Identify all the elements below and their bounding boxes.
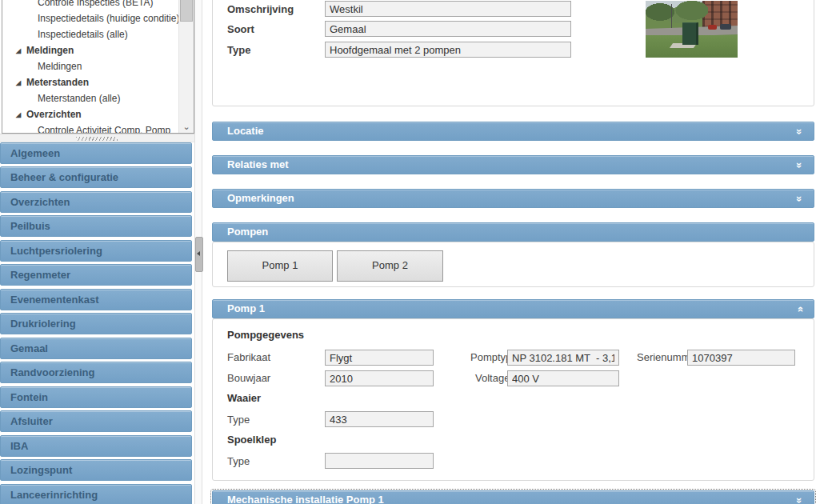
waaier-type-field[interactable] <box>325 411 434 427</box>
sidebar-item-gemaal[interactable]: Gemaal <box>0 338 192 359</box>
sidebar-item-afsluiter[interactable]: Afsluiter <box>0 410 192 432</box>
waaier-type-label: Type <box>227 412 250 428</box>
chevron-double-down-icon[interactable] <box>792 126 807 138</box>
tree-item-inspectiedetails-alle[interactable]: Inspectiedetails (alle) <box>2 26 178 42</box>
asset-photo[interactable] <box>646 1 738 58</box>
section-title: Opmerkingen <box>227 192 294 204</box>
sidebar-item-luchtpersriolering[interactable]: Luchtpersriolering <box>0 240 192 262</box>
sidebar-item-lanceerinrichting[interactable]: Lanceerinrichting <box>0 484 192 504</box>
tree-item-label: Inspectiedetails (alle) <box>38 29 128 40</box>
fabrikaat-field[interactable] <box>325 350 434 366</box>
pomptype-field[interactable] <box>507 350 619 366</box>
sidebar-item-beheer-configuratie[interactable]: Beheer & configuratie <box>0 166 192 188</box>
pompgegevens-heading: Pompgegevens <box>227 329 304 341</box>
type-field[interactable] <box>325 42 571 58</box>
tree-node-meterstanden[interactable]: Meterstanden <box>2 74 178 90</box>
waaier-heading: Waaier <box>227 392 261 404</box>
sidebar-item-evenementenkast[interactable]: Evenementenkast <box>0 289 192 310</box>
photo-car <box>708 25 717 30</box>
photo-pump-cabinet <box>682 22 698 45</box>
section-title: Relaties met <box>227 158 289 170</box>
chevron-double-down-icon[interactable] <box>792 494 807 504</box>
tree-resize-splitter[interactable] <box>0 134 194 142</box>
tree-node-label: Meldingen <box>26 45 74 56</box>
tree-item-label: Controle Activiteit Comp. Pomp <box>38 125 170 134</box>
collapse-left-arrow-icon <box>197 251 200 256</box>
sidebar-item-drukriolering[interactable]: Drukriolering <box>0 313 192 334</box>
photo-trees <box>646 1 708 27</box>
chevron-double-down-icon[interactable] <box>792 159 807 172</box>
section-header-pompen[interactable]: Pompen <box>212 222 814 242</box>
tree-item-label: Controle Inspecties (BETA) <box>38 0 154 8</box>
scroll-down-arrow-icon[interactable] <box>179 122 194 131</box>
pompen-panel: Pomp 1 Pomp 2 <box>212 242 814 287</box>
tree-item-meldingen[interactable]: Meldingen <box>2 58 178 74</box>
section-title: Mechanische installatie Pomp 1 <box>227 494 384 504</box>
section-header-locatie[interactable]: Locatie <box>212 122 814 141</box>
app-window: Controle Inspecties (BETA) Inspectiedeta… <box>0 0 816 504</box>
tree-item-label: Meterstanden (alle) <box>38 93 120 104</box>
soort-field[interactable] <box>325 21 571 37</box>
sidebar-item-peilbuis[interactable]: Peilbuis <box>0 215 192 237</box>
bouwjaar-field[interactable] <box>325 370 434 386</box>
sidebar-item-lozingspunt[interactable]: Lozingspunt <box>0 459 192 481</box>
pomp-1-panel: Pompgegevens Fabrikaat Pomptype Serienum… <box>212 318 814 481</box>
algemeen-form-panel: Omschrijving Soort Type <box>212 0 814 106</box>
tree-node-label: Meterstanden <box>26 77 89 88</box>
chevron-double-up-icon[interactable] <box>792 303 807 316</box>
tree-item-controle-activiteit[interactable]: Controle Activiteit Comp. Pomp <box>2 122 178 134</box>
tree-scrollbar-thumb[interactable] <box>180 0 193 22</box>
spoelklep-heading: Spoelklep <box>227 434 276 446</box>
section-title: Pomp 1 <box>227 302 265 314</box>
voltage-field[interactable] <box>507 370 619 386</box>
sidebar-item-randvoorziening[interactable]: Randvoorziening <box>0 362 192 383</box>
spoelklep-type-field[interactable] <box>325 453 434 469</box>
section-header-relaties-met[interactable]: Relaties met <box>212 155 814 174</box>
tree-node-label: Overzichten <box>26 109 82 120</box>
tree-scrollbar[interactable] <box>178 0 194 133</box>
tree-node-overzichten[interactable]: Overzichten <box>2 106 178 122</box>
tree-item-controle-inspecties-beta[interactable]: Controle Inspecties (BETA) <box>2 0 178 10</box>
tree-item-label: Meldingen <box>38 61 82 72</box>
chevron-double-down-icon[interactable] <box>792 193 807 206</box>
tree-item-inspectiedetails-huidige[interactable]: Inspectiedetails (huidige conditie) <box>2 10 178 26</box>
tree-node-meldingen[interactable]: Meldingen <box>2 42 178 58</box>
sidebar-item-overzichten[interactable]: Overzichten <box>0 191 192 213</box>
tree-expander-icon[interactable] <box>16 79 23 86</box>
tree-item-meterstanden-alle[interactable]: Meterstanden (alle) <box>2 90 178 106</box>
sidebar-item-fontein[interactable]: Fontein <box>0 386 192 408</box>
photo-car <box>720 24 731 30</box>
pomp-1-button[interactable]: Pomp 1 <box>227 250 333 282</box>
sidebar-resize-splitter[interactable] <box>194 0 202 504</box>
sidebar-collapse-handle[interactable] <box>195 237 203 272</box>
report-tree-panel: Controle Inspecties (BETA) Inspectiedeta… <box>2 0 194 134</box>
voltage-label: Voltage <box>475 370 510 386</box>
tree-item-label: Inspectiedetails (huidige conditie) <box>38 13 178 24</box>
section-header-pomp-1[interactable]: Pomp 1 <box>212 299 814 318</box>
sidebar-item-algemeen[interactable]: Algemeen <box>0 142 192 164</box>
pomp-2-button[interactable]: Pomp 2 <box>337 250 443 282</box>
sidebar-item-regenmeter[interactable]: Regenmeter <box>0 264 192 286</box>
omschrijving-field[interactable] <box>325 1 571 17</box>
photo-lamppost <box>671 4 672 28</box>
soort-label: Soort <box>227 22 254 38</box>
splitter-grip-icon[interactable] <box>76 137 118 141</box>
spoelklep-type-label: Type <box>227 454 250 470</box>
sidebar-item-iba[interactable]: IBA <box>0 435 192 457</box>
type-label: Type <box>227 42 250 58</box>
omschrijving-label: Omschrijving <box>227 2 294 18</box>
tree-expander-icon[interactable] <box>16 111 23 118</box>
tree-expander-icon[interactable] <box>16 47 23 54</box>
section-title: Locatie <box>227 125 264 137</box>
section-title: Pompen <box>227 226 268 238</box>
section-header-opmerkingen[interactable]: Opmerkingen <box>212 189 814 208</box>
serienummer-field[interactable] <box>687 350 795 366</box>
section-header-mechanische-installatie-pomp-1[interactable]: Mechanische installatie Pomp 1 <box>212 490 814 504</box>
fabrikaat-label: Fabrikaat <box>227 350 270 366</box>
bouwjaar-label: Bouwjaar <box>227 370 270 386</box>
